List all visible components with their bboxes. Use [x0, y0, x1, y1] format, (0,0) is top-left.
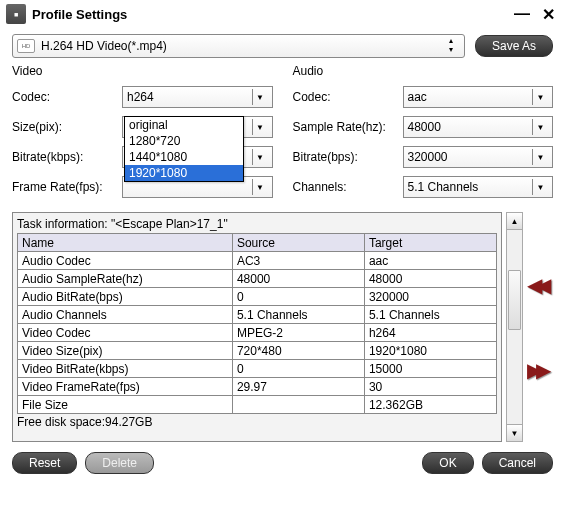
col-target: Target — [364, 234, 496, 252]
table-row: Video FrameRate(fps)29.9730 — [18, 378, 497, 396]
reset-button[interactable]: Reset — [12, 452, 77, 474]
chevron-down-icon[interactable]: ▼ — [532, 179, 548, 195]
video-codec-label: Codec: — [12, 90, 122, 104]
close-button[interactable]: ✕ — [538, 5, 559, 24]
audio-codec-combo[interactable]: aac▼ — [403, 86, 554, 108]
size-option-1920x1080[interactable]: 1920*1080 — [125, 165, 243, 181]
chevron-down-icon[interactable]: ▼ — [252, 119, 268, 135]
size-dropdown[interactable]: original 1280*720 1440*1080 1920*1080 — [124, 116, 244, 182]
table-row: Audio Channels5.1 Channels5.1 Channels — [18, 306, 497, 324]
col-source: Source — [232, 234, 364, 252]
audio-codec-label: Codec: — [293, 90, 403, 104]
audio-bitrate-combo[interactable]: 320000▼ — [403, 146, 554, 168]
audio-panel: Audio Codec: aac▼ Sample Rate(hz): 48000… — [293, 64, 554, 206]
table-row: Video Size(pix)720*4801920*1080 — [18, 342, 497, 360]
app-icon: ■ — [6, 4, 26, 24]
chevron-down-icon[interactable]: ▼ — [252, 89, 268, 105]
video-framerate-label: Frame Rate(fps): — [12, 180, 122, 194]
table-row: Audio CodecAC3aac — [18, 252, 497, 270]
ok-button[interactable]: OK — [422, 452, 473, 474]
video-codec-combo[interactable]: h264▼ — [122, 86, 273, 108]
spinner-down-icon[interactable]: ▾ — [442, 46, 460, 55]
table-row: Video BitRate(kbps)015000 — [18, 360, 497, 378]
table-header-row: Name Source Target — [18, 234, 497, 252]
video-size-label: Size(pix): — [12, 120, 122, 134]
size-option-1280x720[interactable]: 1280*720 — [125, 133, 243, 149]
audio-bitrate-label: Bitrate(bps): — [293, 150, 403, 164]
audio-title: Audio — [293, 64, 554, 78]
chevron-down-icon[interactable]: ▼ — [252, 149, 268, 165]
titlebar: ■ Profile Settings — ✕ — [0, 0, 565, 28]
audio-channels-combo[interactable]: 5.1 Channels▼ — [403, 176, 554, 198]
free-disk-label: Free disk space:94.27GB — [17, 415, 497, 429]
format-icon: HD — [17, 39, 35, 53]
profile-select[interactable]: HD H.264 HD Video(*.mp4) ▴ ▾ — [12, 34, 465, 58]
video-title: Video — [12, 64, 273, 78]
table-row: Audio BitRate(bps)0320000 — [18, 288, 497, 306]
size-option-original[interactable]: original — [125, 117, 243, 133]
nav-arrows: ◀◀ ▶▶ — [527, 212, 553, 442]
delete-button[interactable]: Delete — [85, 452, 154, 474]
footer: Reset Delete OK Cancel — [0, 442, 565, 484]
minimize-button[interactable]: — — [510, 5, 534, 23]
chevron-down-icon[interactable]: ▼ — [532, 89, 548, 105]
window-title: Profile Settings — [32, 7, 127, 22]
col-name: Name — [18, 234, 233, 252]
save-as-button[interactable]: Save As — [475, 35, 553, 57]
chevron-down-icon[interactable]: ▼ — [252, 179, 268, 195]
profile-label: H.264 HD Video(*.mp4) — [41, 39, 442, 53]
task-table: Name Source Target Audio CodecAC3aac Aud… — [17, 233, 497, 414]
table-row: Video CodecMPEG-2h264 — [18, 324, 497, 342]
toolbar: HD H.264 HD Video(*.mp4) ▴ ▾ Save As — [0, 28, 565, 64]
profile-spinner[interactable]: ▴ ▾ — [442, 37, 460, 55]
scroll-track[interactable] — [507, 230, 522, 424]
scroll-thumb[interactable] — [508, 270, 521, 330]
audio-sr-label: Sample Rate(hz): — [293, 120, 403, 134]
chevron-down-icon[interactable]: ▼ — [532, 149, 548, 165]
chevron-down-icon[interactable]: ▼ — [532, 119, 548, 135]
scroll-down-icon[interactable]: ▼ — [507, 424, 522, 441]
task-info-panel: Task information: "<Escape Plan>17_1" Na… — [12, 212, 502, 442]
video-panel: Video Codec: h264▼ Size(pix): 1920*1080▼… — [12, 64, 273, 206]
table-row: File Size12.362GB — [18, 396, 497, 414]
video-bitrate-label: Bitrate(kbps): — [12, 150, 122, 164]
task-info-label: Task information: "<Escape Plan>17_1" — [17, 217, 497, 231]
table-row: Audio SampleRate(hz)4800048000 — [18, 270, 497, 288]
cancel-button[interactable]: Cancel — [482, 452, 553, 474]
audio-channels-label: Channels: — [293, 180, 403, 194]
prev-task-button[interactable]: ◀◀ — [527, 273, 553, 297]
scroll-up-icon[interactable]: ▲ — [507, 213, 522, 230]
next-task-button[interactable]: ▶▶ — [527, 358, 553, 382]
audio-sr-combo[interactable]: 48000▼ — [403, 116, 554, 138]
size-option-1440x1080[interactable]: 1440*1080 — [125, 149, 243, 165]
vertical-scrollbar[interactable]: ▲ ▼ — [506, 212, 523, 442]
